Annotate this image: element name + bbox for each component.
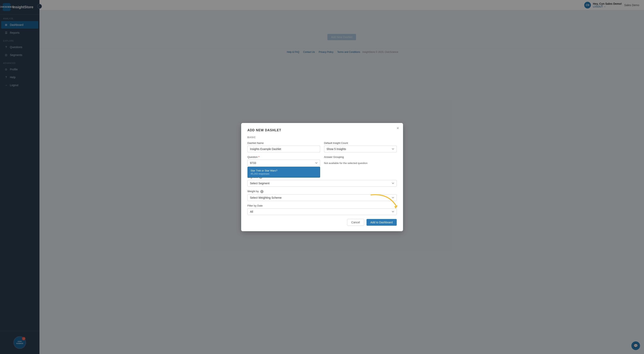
weight-by-label: Weight by i: [248, 190, 397, 193]
filter-by-date-label: Filter by Date: [248, 204, 397, 207]
modal-overlay: × ADD NEW DASHLET Basic Dashlet Name Def…: [0, 0, 644, 354]
add-new-dashlet-modal: × ADD NEW DASHLET Basic Dashlet Name Def…: [241, 123, 403, 231]
default-insight-count-select[interactable]: Show 5 Insights: [324, 146, 397, 152]
weight-by-info-icon: i: [260, 190, 264, 193]
default-insight-count-label: Default Insight Count: [324, 142, 397, 145]
add-to-dashboard-button[interactable]: Add to Dashboard: [366, 219, 397, 226]
basic-section-label: Basic: [248, 136, 397, 139]
form-row-basic: Dashlet Name Default Insight Count Show …: [248, 142, 397, 152]
dropdown-option-highlighted[interactable]: Star Trek or Star Wars? 45,243 responses: [248, 167, 320, 177]
modal-title: ADD NEW DASHLET: [248, 129, 397, 132]
answer-grouping-label: Answer Grouping: [324, 156, 397, 159]
dropdown-option-sub: 45,243 responses: [251, 173, 317, 175]
form-row-question: Question * 9733 Star Trek or Star Wars? …: [248, 156, 397, 167]
segment-select[interactable]: Select Segment: [248, 180, 397, 187]
question-select[interactable]: 9733: [248, 160, 320, 166]
form-row-weight: Weight by i Select Weighting Scheme: [248, 190, 397, 201]
answer-grouping-text: Not available for the selected question: [324, 160, 397, 167]
question-group: Question * 9733 Star Trek or Star Wars? …: [248, 156, 320, 167]
form-row-filter-date: Filter by Date All: [248, 204, 397, 215]
required-indicator: *: [258, 156, 259, 159]
dashlet-name-label: Dashlet Name: [248, 142, 320, 145]
modal-close-button[interactable]: ×: [397, 126, 399, 130]
dashlet-name-input[interactable]: [248, 146, 320, 152]
answer-grouping-group: Answer Grouping Not available for the se…: [324, 156, 397, 167]
default-insight-count-group: Default Insight Count Show 5 Insights: [324, 142, 397, 152]
weight-by-group: Weight by i Select Weighting Scheme: [248, 190, 397, 201]
dashlet-name-group: Dashlet Name: [248, 142, 320, 152]
question-label: Question *: [248, 156, 320, 159]
weight-by-select[interactable]: Select Weighting Scheme: [248, 194, 397, 201]
cancel-button[interactable]: Cancel: [347, 219, 364, 226]
filter-by-date-select[interactable]: All: [248, 208, 397, 215]
dropdown-option-text: Star Trek or Star Wars?: [251, 169, 317, 172]
filter-by-date-group: Filter by Date All: [248, 204, 397, 215]
modal-footer: Cancel Add to Dashboard: [248, 219, 397, 226]
question-dropdown-container: 9733 Star Trek or Star Wars? 45,243 resp…: [248, 160, 320, 166]
